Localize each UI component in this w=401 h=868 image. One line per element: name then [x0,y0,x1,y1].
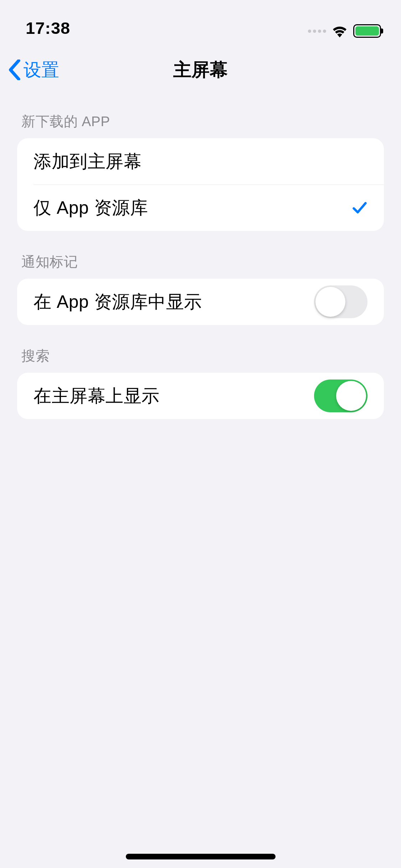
row-show-in-app-library: 在 App 资源库中显示 [17,279,384,325]
row-label: 在 App 资源库中显示 [34,290,202,314]
section-header-badges: 通知标记 [17,231,384,279]
status-indicators [308,24,381,38]
option-label: 仅 App 资源库 [34,196,148,220]
option-label: 添加到主屏幕 [34,150,142,174]
battery-icon [353,24,381,38]
option-app-library-only[interactable]: 仅 App 资源库 [17,185,384,231]
back-button[interactable]: 设置 [8,58,59,82]
toggle-show-in-app-library[interactable] [314,285,367,318]
row-show-on-home: 在主屏幕上显示 [17,373,384,419]
status-time: 17:38 [26,18,70,38]
group-search: 在主屏幕上显示 [17,373,384,419]
group-new-apps: 添加到主屏幕 仅 App 资源库 [17,138,384,231]
status-bar: 17:38 [0,0,401,46]
cellular-icon [308,30,326,33]
checkmark-icon [352,200,367,216]
section-header-new-apps: 新下载的 APP [17,93,384,138]
back-label: 设置 [24,58,59,82]
home-indicator[interactable] [126,854,276,859]
nav-bar: 设置 主屏幕 [0,46,401,93]
chevron-left-icon [8,60,21,80]
option-add-to-home[interactable]: 添加到主屏幕 [17,138,384,185]
toggle-show-on-home[interactable] [314,379,367,412]
group-badges: 在 App 资源库中显示 [17,279,384,325]
row-label: 在主屏幕上显示 [34,384,160,408]
section-header-search: 搜索 [17,325,384,373]
page-title: 主屏幕 [0,58,401,82]
wifi-icon [331,25,348,37]
